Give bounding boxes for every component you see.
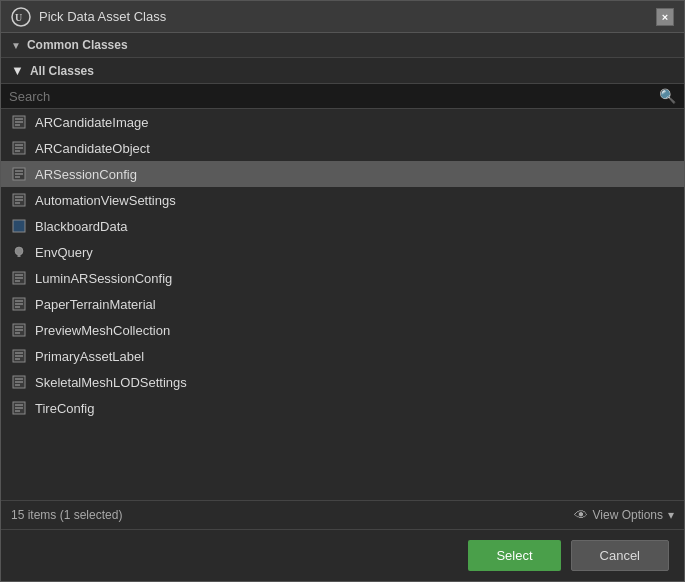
item-icon-12 bbox=[11, 400, 27, 416]
common-classes-arrow: ▼ bbox=[11, 40, 21, 51]
title-bar-left: U Pick Data Asset Class bbox=[11, 7, 166, 27]
svg-rect-20 bbox=[18, 255, 21, 257]
list-item[interactable]: LuminARSessionConfig bbox=[1, 265, 684, 291]
item-icon-10 bbox=[11, 348, 27, 364]
item-label-12: TireConfig bbox=[35, 401, 94, 416]
list-item[interactable]: BlackboardData bbox=[1, 213, 684, 239]
item-icon-9 bbox=[11, 322, 27, 338]
item-icon-2 bbox=[11, 140, 27, 156]
dialog-title: Pick Data Asset Class bbox=[39, 9, 166, 24]
close-button[interactable]: × bbox=[656, 8, 674, 26]
view-options-button[interactable]: 👁 View Options ▾ bbox=[574, 507, 674, 523]
view-options-chevron: ▾ bbox=[668, 508, 674, 522]
dialog-footer: Select Cancel bbox=[1, 529, 684, 581]
item-icon-8 bbox=[11, 296, 27, 312]
item-icon-11 bbox=[11, 374, 27, 390]
view-options-label: View Options bbox=[593, 508, 663, 522]
svg-point-19 bbox=[15, 247, 23, 255]
common-classes-label: Common Classes bbox=[27, 38, 128, 52]
list-item[interactable]: SkeletalMeshLODSettings bbox=[1, 369, 684, 395]
search-input[interactable] bbox=[9, 89, 659, 104]
ue-logo: U bbox=[11, 7, 31, 27]
all-classes-label: All Classes bbox=[30, 64, 94, 78]
list-item[interactable]: TireConfig bbox=[1, 395, 684, 421]
item-icon-5 bbox=[11, 218, 27, 234]
svg-rect-18 bbox=[13, 220, 25, 232]
item-icon-1 bbox=[11, 114, 27, 130]
list-item[interactable]: PreviewMeshCollection bbox=[1, 317, 684, 343]
search-bar: 🔍 bbox=[1, 84, 684, 109]
status-bar: 15 items (1 selected) 👁 View Options ▾ bbox=[1, 500, 684, 529]
item-label-11: SkeletalMeshLODSettings bbox=[35, 375, 187, 390]
title-bar: U Pick Data Asset Class × bbox=[1, 1, 684, 33]
list-item[interactable]: ARSessionConfig bbox=[1, 161, 684, 187]
select-button[interactable]: Select bbox=[468, 540, 560, 571]
item-label-7: LuminARSessionConfig bbox=[35, 271, 172, 286]
item-icon-6 bbox=[11, 244, 27, 260]
all-classes-arrow: ▼ bbox=[11, 63, 24, 78]
list-item[interactable]: EnvQuery bbox=[1, 239, 684, 265]
eye-icon: 👁 bbox=[574, 507, 588, 523]
list-item[interactable]: PrimaryAssetLabel bbox=[1, 343, 684, 369]
item-label-3: ARSessionConfig bbox=[35, 167, 137, 182]
item-label-6: EnvQuery bbox=[35, 245, 93, 260]
list-item[interactable]: PaperTerrainMaterial bbox=[1, 291, 684, 317]
item-label-2: ARCandidateObject bbox=[35, 141, 150, 156]
item-label-1: ARCandidateImage bbox=[35, 115, 148, 130]
list-item[interactable]: ARCandidateImage bbox=[1, 109, 684, 135]
svg-text:U: U bbox=[15, 12, 22, 23]
items-count: 15 items (1 selected) bbox=[11, 508, 122, 522]
item-icon-4 bbox=[11, 192, 27, 208]
item-icon-7 bbox=[11, 270, 27, 286]
content-area: ▼ Common Classes ▼ All Classes 🔍 bbox=[1, 33, 684, 529]
item-label-8: PaperTerrainMaterial bbox=[35, 297, 156, 312]
pick-data-asset-dialog: U Pick Data Asset Class × ▼ Common Class… bbox=[0, 0, 685, 582]
item-label-10: PrimaryAssetLabel bbox=[35, 349, 144, 364]
item-label-9: PreviewMeshCollection bbox=[35, 323, 170, 338]
list-item[interactable]: AutomationViewSettings bbox=[1, 187, 684, 213]
list-container: ARCandidateImage ARCandidateObject bbox=[1, 109, 684, 500]
item-label-5: BlackboardData bbox=[35, 219, 128, 234]
list-item[interactable]: ARCandidateObject bbox=[1, 135, 684, 161]
cancel-button[interactable]: Cancel bbox=[571, 540, 669, 571]
list-scroll[interactable]: ARCandidateImage ARCandidateObject bbox=[1, 109, 684, 500]
search-icon: 🔍 bbox=[659, 88, 676, 104]
common-classes-header: ▼ Common Classes bbox=[1, 33, 684, 58]
item-label-4: AutomationViewSettings bbox=[35, 193, 176, 208]
all-classes-header: ▼ All Classes bbox=[1, 58, 684, 84]
item-icon-3 bbox=[11, 166, 27, 182]
